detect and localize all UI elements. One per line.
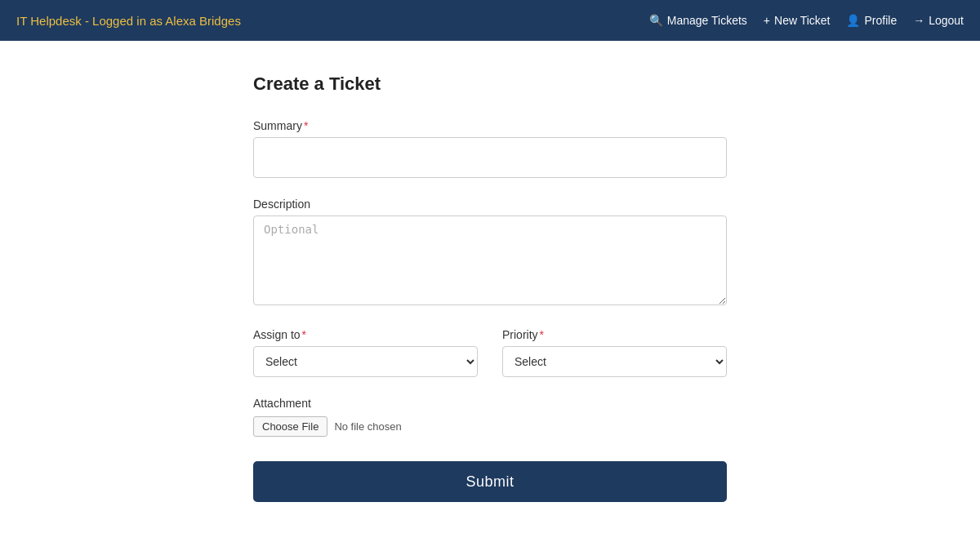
attachment-section: Attachment Choose File No file chosen	[253, 397, 727, 437]
navbar-links: 🔍 Manage Tickets + New Ticket 👤 Profile …	[649, 14, 964, 27]
priority-col: Priority* Select	[502, 328, 727, 377]
search-icon: 🔍	[649, 14, 663, 27]
main-content: Create a Ticket Summary* Description Ass…	[0, 41, 980, 551]
manage-tickets-link[interactable]: 🔍 Manage Tickets	[649, 14, 747, 27]
no-file-text: No file chosen	[334, 420, 401, 433]
summary-label: Summary*	[253, 119, 727, 132]
file-input-wrapper: Choose File No file chosen	[253, 416, 727, 437]
form-container: Create a Ticket Summary* Description Ass…	[253, 73, 727, 518]
page-title: Create a Ticket	[253, 73, 727, 95]
logout-label: Logout	[929, 14, 964, 27]
plus-icon: +	[764, 14, 770, 27]
assign-to-label: Assign to*	[253, 328, 478, 341]
priority-label: Priority*	[502, 328, 727, 341]
description-label: Description	[253, 198, 727, 211]
description-textarea[interactable]	[253, 216, 727, 305]
submit-button[interactable]: Submit	[253, 461, 727, 502]
attachment-label: Attachment	[253, 397, 727, 410]
new-ticket-link[interactable]: + New Ticket	[764, 14, 831, 27]
assign-to-col: Assign to* Select	[253, 328, 478, 377]
assign-priority-row: Assign to* Select Priority* Select	[253, 328, 727, 377]
summary-input[interactable]	[253, 137, 727, 178]
logout-link[interactable]: → Logout	[913, 14, 964, 27]
navbar-brand[interactable]: IT Helpdesk - Logged in as Alexa Bridges	[16, 14, 241, 28]
manage-tickets-label: Manage Tickets	[667, 14, 747, 27]
new-ticket-label: New Ticket	[774, 14, 830, 27]
priority-select[interactable]: Select	[502, 346, 727, 377]
summary-group: Summary*	[253, 119, 727, 178]
logout-icon: →	[913, 14, 924, 27]
profile-link[interactable]: 👤 Profile	[846, 14, 897, 27]
profile-label: Profile	[864, 14, 897, 27]
navbar: IT Helpdesk - Logged in as Alexa Bridges…	[0, 0, 980, 41]
description-group: Description	[253, 198, 727, 309]
assign-to-select[interactable]: Select	[253, 346, 478, 377]
choose-file-button[interactable]: Choose File	[253, 416, 327, 437]
user-icon: 👤	[846, 14, 860, 27]
